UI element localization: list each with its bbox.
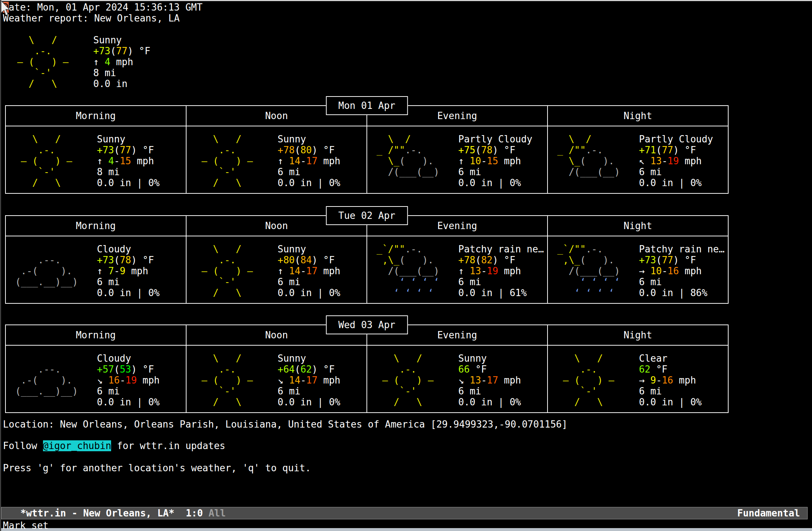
- text-line: 0.0 in | 0%: [639, 397, 728, 408]
- text-line: → 10-16 mph: [639, 266, 728, 276]
- text-line: \ /: [552, 353, 639, 364]
- date-line: Date: Mon, 01 Apr 2024 15:36:13 GMT: [3, 2, 203, 13]
- forecast-cell-night: _`/"".-. ,\_( ). /(___(__) ‘ ‘ ‘ ‘ ‘ ‘ ‘…: [548, 236, 728, 303]
- mouse-pointer-icon: [0, 0, 11, 17]
- weather-info: Clear62 °F→ 9-16 mph6 mi0.0 in | 0%: [639, 353, 728, 408]
- weather-art-sunny: \ / .-. — ( ) — `-' / \: [6, 35, 93, 89]
- text-line: \ /: [190, 353, 278, 364]
- text-line: ↑ 4 mph: [93, 56, 150, 67]
- buffer-name: *wttr.in - New Orleans, LA*: [20, 508, 174, 519]
- text-line: Sunny: [278, 353, 366, 364]
- weather-report-line: Weather report: New Orleans, LA: [3, 13, 203, 24]
- day-title: Wed 03 Apr: [326, 315, 408, 334]
- text-line: /(___(__): [552, 266, 639, 276]
- weather-info: Sunny+73(77) °F↑ 4-15 mph8 mi0.0 in | 0%: [97, 134, 186, 188]
- weather-art-sunny: \ / .-. — ( ) — `-' / \: [190, 134, 278, 188]
- forecast-cell-evening: \ / _ /"".-. \_( ). /(___(__) Partly Clo…: [367, 126, 548, 193]
- text-line: — ( ) —: [190, 375, 278, 386]
- text-line: +78(82) °F: [458, 255, 547, 266]
- text-line: +73(77) °F: [639, 255, 728, 266]
- text-line: +57(53) °F: [97, 364, 186, 375]
- text-line: +78(80) °F: [278, 145, 366, 156]
- twitter-handle-link[interactable]: @igor_chubin: [43, 440, 111, 451]
- column-header-morning: Morning: [6, 325, 187, 345]
- major-mode: Fundamental: [737, 508, 800, 519]
- text-line: (___.__)__): [9, 386, 97, 397]
- weather-art-sunny: \ / .-. — ( ) — `-' / \: [190, 353, 278, 408]
- text-line: +75(78) °F: [458, 145, 547, 156]
- text-line: +64(62) °F: [278, 364, 366, 375]
- text-line: \ /: [371, 134, 458, 145]
- scroll-indicator: All: [209, 508, 226, 519]
- text-line: — ( ) —: [6, 56, 93, 67]
- weather-art-sunny: \ / .-. — ( ) — `-' / \: [9, 134, 97, 188]
- text-line: — ( ) —: [190, 156, 278, 166]
- text-line: 0.0 in | 61%: [458, 287, 547, 298]
- text-line: (___.__)__): [9, 276, 97, 287]
- window-border-left: [0, 0, 1, 531]
- text-line: ‘ ‘ ‘ ‘: [371, 287, 458, 298]
- text-line: +71(77) °F: [639, 145, 728, 156]
- text-line: [9, 353, 97, 364]
- weather-info: Sunny66 °F↘ 13-17 mph6 mi0.0 in | 0%: [458, 353, 547, 408]
- press-keys-line: Press 'g' for another location's weather…: [3, 463, 311, 473]
- text-line: _`/"".-.: [552, 244, 639, 255]
- forecast-table-wed-03-apr: Wed 03 AprMorningNoonEveningNight .--. .…: [5, 324, 729, 413]
- text-line: +80(84) °F: [278, 255, 366, 266]
- weather-info: Sunny+73(77) °F↑ 4 mph8 mi0.0 in: [93, 35, 150, 89]
- location-line: Location: New Orleans, Orleans Parish, L…: [3, 419, 568, 430]
- text-line: `-': [6, 67, 93, 78]
- text-line: 6 mi: [97, 386, 186, 397]
- text-line: [552, 177, 639, 188]
- text-line: `-': [552, 386, 639, 397]
- text-line: .-.: [190, 255, 278, 266]
- column-header-night: Night: [548, 106, 728, 126]
- weather-info: Cloudy+57(53) °F↘ 16-19 mph6 mi0.0 in | …: [97, 353, 186, 408]
- text-line: — ( ) —: [552, 375, 639, 386]
- text-line: Sunny: [93, 35, 150, 46]
- text-line: 6 mi: [97, 276, 186, 287]
- weather-art-cloudy: .--. .-( ). (___.__)__): [9, 353, 97, 408]
- text-line: — ( ) —: [371, 375, 458, 386]
- weather-art-sunny: \ / .-. — ( ) — `-' / \: [190, 244, 278, 298]
- text-line: \_( ).: [371, 156, 458, 166]
- text-line: \ /: [6, 35, 93, 46]
- text-line: / \: [6, 78, 93, 89]
- day-title: Mon 01 Apr: [326, 96, 408, 115]
- text-line: _ /"".-.: [552, 145, 639, 156]
- forecast-table-tue-02-apr: Tue 02 AprMorningNoonEveningNight .--. .…: [5, 215, 729, 304]
- text-line: / \: [190, 397, 278, 408]
- text-line: .--.: [9, 364, 97, 375]
- follow-line: Follow @igor_chubin for wttr.in updates: [3, 440, 225, 451]
- text-line: 6 mi: [458, 166, 547, 177]
- day-title: Tue 02 Apr: [326, 206, 408, 225]
- text-line: 6 mi: [278, 166, 366, 177]
- text-line: .-( ).: [9, 375, 97, 386]
- text-line: [9, 287, 97, 298]
- text-line: .-.: [9, 145, 97, 156]
- weather-info: Sunny+78(80) °F↑ 14-17 mph6 mi0.0 in | 0…: [278, 134, 366, 188]
- text-line: _ /"".-.: [371, 145, 458, 156]
- text-line: 0.0 in | 0%: [278, 177, 366, 188]
- text-line: `-': [190, 166, 278, 177]
- weather-info: Partly Cloudy+71(77) °F↖ 13-19 mph6 mi0.…: [639, 134, 728, 188]
- weather-art-clear: \ / .-. — ( ) — `-' / \: [552, 353, 639, 408]
- text-line: ‘ ‘ ‘ ‘: [552, 287, 639, 298]
- text-line: ↑ 4-15 mph: [97, 156, 186, 166]
- weather-art-partly: \ / _ /"".-. \_( ). /(___(__): [371, 134, 458, 188]
- text-line: [9, 397, 97, 408]
- cursor-position: 1:0: [186, 508, 203, 519]
- forecast-table-mon-01-apr: Mon 01 AprMorningNoonEveningNight \ / .-…: [5, 105, 729, 194]
- text-line: .--.: [9, 255, 97, 266]
- text-line: .-.: [6, 46, 93, 56]
- text-line: Cloudy: [97, 353, 186, 364]
- text-line: [371, 177, 458, 188]
- text-line: _`/"".-.: [371, 244, 458, 255]
- text-line: `-': [371, 386, 458, 397]
- weather-info: Sunny+64(62) °F↘ 14-17 mph6 mi0.0 in | 0…: [278, 353, 366, 408]
- text-line: .-.: [190, 364, 278, 375]
- window-border-top: [0, 0, 812, 1]
- text-line: ‘ ‘ ‘ ‘: [371, 276, 458, 287]
- table-body-row: .--. .-( ). (___.__)__) Cloudy+57(53) °F…: [6, 346, 728, 412]
- text-line: Patchy rain ne…: [458, 244, 547, 255]
